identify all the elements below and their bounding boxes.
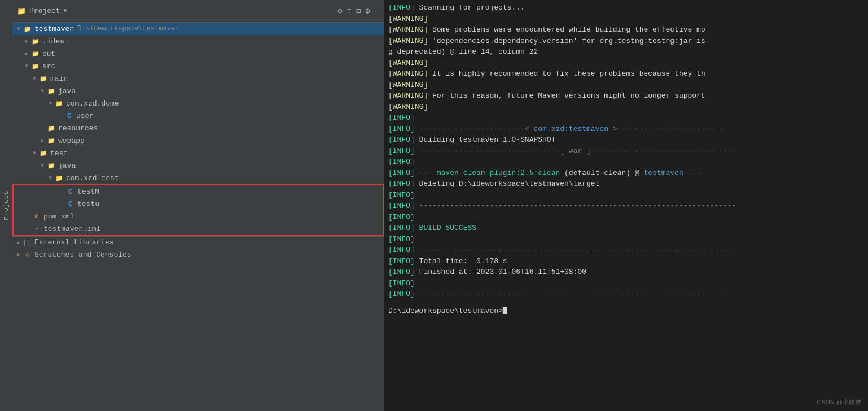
item-label: Scratches and Consoles <box>34 251 131 259</box>
item-label: testu <box>77 200 99 208</box>
arrow-icon: ▼ <box>38 163 46 169</box>
arrow-icon: ▼ <box>30 76 38 82</box>
tree-item-java[interactable]: ▼ 📁 java <box>12 85 384 97</box>
tree-item-testmaven[interactable]: ▼ 📁 testmaven D:\ideworkspace\testmaven <box>12 23 384 35</box>
tree-item-main[interactable]: ▼ 📁 main <box>12 72 384 85</box>
item-label: java <box>58 87 76 95</box>
arrow-icon: ▼ <box>38 88 46 94</box>
dropdown-icon[interactable]: ▼ <box>64 8 67 14</box>
tree-item-webapp[interactable]: ▶ 📁 webapp <box>12 134 384 147</box>
expand-icon[interactable]: ⊟ <box>356 6 361 16</box>
log-line: [WARNING] It is highly recommended to fi… <box>388 68 863 80</box>
terminal-panel: [INFO] Scanning for projects... [WARNING… <box>384 0 868 411</box>
log-line: [INFO] <box>388 156 863 168</box>
terminal-content[interactable]: [INFO] Scanning for projects... [WARNING… <box>384 0 868 411</box>
log-line: [WARNING] 'dependencies.dependency.versi… <box>388 36 863 47</box>
tree-item-test-java[interactable]: ▼ 📁 java <box>12 159 384 172</box>
folder-open-icon: 📁 <box>30 63 41 70</box>
settings-icon[interactable]: ⚙ <box>365 6 370 16</box>
log-line: [INFO] <box>388 212 863 223</box>
arrow-icon: ▶ <box>15 251 23 258</box>
item-label: com.xzd.dome <box>66 99 119 108</box>
log-line: [INFO] Scanning for projects... <box>388 2 863 14</box>
tree-item-pom-xml[interactable]: m pom.xml <box>14 210 383 222</box>
tree-item-com-xzd-dome[interactable]: ▼ 📁 com.xzd.dome <box>12 97 384 110</box>
log-line: [INFO] Total time: 0.178 s <box>388 256 863 267</box>
tree-item-testmaven-iml[interactable]: ▪ testmaven.iml <box>14 222 383 235</box>
arrow-icon: ▶ <box>23 50 30 57</box>
folder-open-icon: 📁 <box>46 162 56 169</box>
project-tab-label: Project <box>3 190 10 220</box>
cursor: █ <box>503 307 507 315</box>
collapse-icon[interactable]: ≡ <box>347 7 351 16</box>
arrow-icon: ▼ <box>46 175 54 181</box>
log-line: [WARNING] <box>388 80 863 91</box>
folder-icon: 📁 <box>17 7 26 16</box>
tree-item-resources[interactable]: 📁 resources <box>12 122 384 134</box>
tree-item-user[interactable]: C user <box>12 110 384 122</box>
item-label: test <box>50 149 68 158</box>
toolbar-icons: ⊕ ≡ ⊟ ⚙ − <box>337 6 379 16</box>
scratch-icon: ◎ <box>23 251 33 259</box>
log-line: [WARNING] Some problems were encountered… <box>388 24 863 36</box>
folder-icon: 📁 <box>30 38 41 45</box>
log-line: [INFO] <box>388 234 863 245</box>
item-label: resources <box>58 124 98 133</box>
tree-item-src[interactable]: ▼ 📁 src <box>12 60 384 72</box>
log-line: [WARNING] For this reason, future Maven … <box>388 90 863 102</box>
tree-toolbar: 📁 Project ▼ ⊕ ≡ ⊟ ⚙ − <box>12 0 384 23</box>
file-tree-panel: 📁 Project ▼ ⊕ ≡ ⊟ ⚙ − ▼ 📁 testmaven D:\i… <box>12 0 384 411</box>
log-line: [WARNING] <box>388 58 863 69</box>
folder-open-icon: 📁 <box>46 88 56 95</box>
folder-open-icon: 📁 <box>54 174 64 182</box>
log-line: [INFO] --------------------------------[… <box>388 146 863 157</box>
xml-file-icon: m <box>32 213 42 220</box>
tree-item-external-libs[interactable]: ▶ ||| External Libraries <box>12 236 384 248</box>
prompt-line: D:\ideworkspace\testmaven>█ <box>388 305 863 317</box>
folder-icon: 📁 <box>46 137 56 145</box>
log-line: [INFO] Building testmaven 1.0-SNAPSHOT <box>388 134 863 146</box>
log-line: [WARNING] <box>388 102 863 113</box>
item-label: .idea <box>42 37 64 46</box>
log-line: [INFO] Finished at: 2023-01-06T16:11:51+… <box>388 266 863 278</box>
item-label: External Libraries <box>34 238 113 247</box>
folder-open-icon: 📁 <box>54 100 64 107</box>
file-tree: ▼ 📁 testmaven D:\ideworkspace\testmaven … <box>12 23 384 411</box>
item-label: java <box>58 161 76 170</box>
log-line: [INFO] Deleting D:\ideworkspace\testmave… <box>388 178 863 190</box>
tree-item-testu[interactable]: C testu <box>14 198 383 210</box>
tree-item-test[interactable]: ▼ 📁 test <box>12 147 384 159</box>
project-tab[interactable]: Project <box>0 0 12 411</box>
folder-open-icon: 📁 <box>38 150 49 157</box>
folder-icon: 📁 <box>30 50 41 58</box>
log-line-build-success: [INFO] BUILD SUCCESS <box>388 222 863 234</box>
item-label: src <box>42 62 55 71</box>
log-line: g deprecated) @ line 14, column 22 <box>388 46 863 58</box>
java-file-icon: C <box>65 200 76 208</box>
toolbar-title: 📁 Project ▼ <box>17 7 332 16</box>
item-label: webapp <box>58 137 85 145</box>
log-line: [INFO] ---------------------------------… <box>388 288 863 300</box>
item-label: testmaven.iml <box>43 225 100 233</box>
folder-open-icon: 📁 <box>23 25 33 33</box>
tree-item-testM[interactable]: C testM <box>14 185 383 198</box>
item-path: D:\ideworkspace\testmaven <box>77 25 179 33</box>
log-line: [INFO] <box>388 190 863 201</box>
arrow-icon: ▼ <box>23 63 30 69</box>
tree-item-scratches[interactable]: ▶ ◎ Scratches and Consoles <box>12 248 384 261</box>
java-file-icon: C <box>65 187 76 196</box>
arrow-icon: ▼ <box>46 100 54 107</box>
iml-file-icon: ▪ <box>32 225 42 232</box>
watermark: CSDN @小猪弟 <box>817 398 861 406</box>
item-label: main <box>50 75 68 83</box>
selection-box: C testM C testu m pom.xml ▪ <box>12 184 384 236</box>
tree-item-out[interactable]: ▶ 📁 out <box>12 47 384 60</box>
arrow-icon: ▼ <box>15 26 23 32</box>
item-label: testM <box>77 187 99 196</box>
minimize-icon[interactable]: − <box>375 7 379 16</box>
locate-icon[interactable]: ⊕ <box>337 6 342 16</box>
tree-item-com-xzd-test[interactable]: ▼ 📁 com.xzd.test <box>12 172 384 184</box>
log-line: [INFO] <box>388 278 863 289</box>
tree-item-idea[interactable]: ▶ 📁 .idea <box>12 35 384 47</box>
prompt-text: D:\ideworkspace\testmaven> <box>388 307 503 315</box>
